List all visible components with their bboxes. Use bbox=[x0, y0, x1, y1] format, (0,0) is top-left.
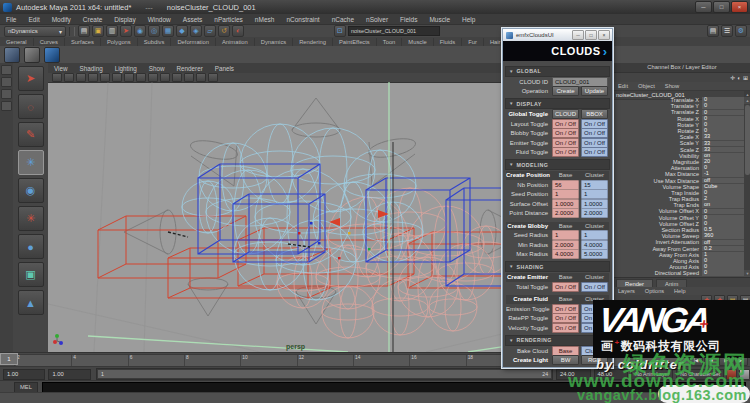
attribute-editor-icon[interactable]: ☰ bbox=[721, 25, 733, 37]
scrollbar-up-icon[interactable]: ▲ bbox=[744, 97, 750, 104]
channel-box-icon[interactable]: ⊞ bbox=[743, 74, 748, 82]
row-base-control[interactable]: 1.0000 bbox=[552, 199, 579, 209]
maximize-button[interactable]: □ bbox=[713, 1, 730, 13]
menu-item[interactable]: nCache bbox=[326, 16, 360, 23]
layout-four-pane-button[interactable] bbox=[1, 77, 12, 87]
channel-name[interactable]: Trap Inside bbox=[613, 190, 702, 196]
channel-name[interactable]: Rotate Z bbox=[613, 128, 702, 134]
two-d-pan-icon[interactable] bbox=[88, 73, 98, 82]
channel-value[interactable]: 0 bbox=[702, 209, 744, 215]
channel-name[interactable]: Volume Offset Y bbox=[613, 215, 702, 221]
channel-value[interactable]: 0 bbox=[702, 264, 744, 270]
tool-button[interactable]: ✳ bbox=[18, 206, 44, 231]
film-gate-icon[interactable] bbox=[124, 73, 134, 82]
channel-name[interactable]: Directional Speed bbox=[613, 270, 702, 276]
channel-box-icon[interactable]: ✛ bbox=[730, 74, 735, 82]
menu-item[interactable]: nMesh bbox=[249, 16, 281, 23]
channel-name[interactable]: Away From Axis bbox=[613, 252, 702, 258]
shelf-tab[interactable]: General bbox=[0, 38, 34, 46]
playback-start-field[interactable]: 1.00 bbox=[48, 369, 90, 380]
channel-name[interactable]: Section Radius bbox=[613, 227, 702, 233]
row-base-control[interactable]: Create bbox=[552, 86, 579, 96]
channel-name[interactable]: Volume Offset X bbox=[613, 208, 702, 214]
gate-mask-icon[interactable] bbox=[148, 73, 158, 82]
section-collapse-icon[interactable]: ▼ bbox=[509, 101, 513, 106]
scrollbar-down-icon[interactable]: ▼ bbox=[744, 270, 750, 277]
select-by-name-icon[interactable]: ⊡ bbox=[334, 25, 346, 37]
animation-start-field[interactable]: 1.00 bbox=[3, 369, 45, 380]
row-cluster-control[interactable]: On / Off bbox=[581, 128, 608, 138]
row-base-control[interactable]: 1 bbox=[552, 230, 579, 240]
layer-menu-item[interactable]: Options bbox=[640, 288, 669, 294]
menu-item[interactable]: Muscle bbox=[423, 16, 456, 23]
row-cluster-control[interactable]: 1 bbox=[581, 189, 608, 199]
channel-name[interactable]: Volume Shape bbox=[613, 184, 702, 190]
range-slider-track[interactable]: 1 24 bbox=[96, 368, 553, 380]
status-icon[interactable]: ◐ bbox=[232, 25, 244, 37]
channel-name[interactable]: Magnitude bbox=[613, 159, 702, 165]
row-base-control[interactable]: On / Off bbox=[552, 138, 579, 148]
shelf-tab[interactable]: Muscle bbox=[402, 38, 433, 46]
channel-value[interactable]: 0 bbox=[702, 215, 744, 221]
channel-value[interactable]: 0 bbox=[702, 190, 744, 196]
row-cluster-control[interactable]: On / Off bbox=[581, 119, 608, 129]
selection-name-field[interactable]: noiseCluster_CLOUD_001 bbox=[348, 26, 440, 36]
row-cluster-control[interactable]: Cluster bbox=[581, 222, 608, 230]
menu-item[interactable]: Modify bbox=[46, 16, 77, 23]
row-base-control[interactable]: Base bbox=[552, 273, 579, 281]
channel-value[interactable]: 0 bbox=[702, 270, 744, 276]
channel-value[interactable]: Cube bbox=[702, 184, 744, 190]
channel-name[interactable]: Trap Radius bbox=[613, 196, 702, 202]
sidebar-toggle-icon[interactable]: ▤ bbox=[707, 25, 719, 37]
range-slider-handle[interactable]: 1 24 bbox=[98, 370, 551, 378]
channel-name[interactable]: Rotate Y bbox=[613, 122, 702, 128]
channel-box-icon[interactable]: ◐ bbox=[737, 74, 741, 82]
row-cluster-control[interactable]: 15 bbox=[581, 180, 608, 190]
tool-button[interactable]: ● bbox=[18, 234, 44, 259]
safe-title-icon[interactable] bbox=[184, 73, 194, 82]
shelf-tab[interactable]: Toon bbox=[377, 38, 403, 46]
row-cluster-control[interactable]: 1.0000 bbox=[581, 199, 608, 209]
channel-scrollbar[interactable]: ▲ ▼ bbox=[744, 97, 750, 277]
status-icon[interactable]: ◈ bbox=[190, 25, 202, 37]
channel-name[interactable]: Use Max Distance bbox=[613, 178, 702, 184]
menu-item[interactable]: Create bbox=[77, 16, 109, 23]
shelf-tab[interactable]: Surfaces bbox=[65, 38, 101, 46]
row-cluster-control[interactable]: 1 bbox=[581, 230, 608, 240]
row-base-control[interactable]: On / Off bbox=[552, 313, 579, 323]
status-icon[interactable]: ◎ bbox=[148, 25, 160, 37]
status-icon[interactable]: ↺ bbox=[218, 25, 230, 37]
clouds-window-titlebar[interactable]: emfxCloudsUI ─ □ × bbox=[503, 29, 612, 41]
current-frame-marker[interactable]: 1 bbox=[0, 353, 18, 365]
channel-box-menu-item[interactable]: Object bbox=[633, 83, 660, 89]
section-collapse-icon[interactable]: ▼ bbox=[509, 264, 513, 269]
channel-value[interactable]: on bbox=[702, 202, 744, 208]
channel-box-menu-item[interactable]: Show bbox=[660, 83, 685, 89]
channel-name[interactable]: Around Axis bbox=[613, 264, 702, 270]
channel-box-menu-item[interactable]: Edit bbox=[613, 83, 633, 89]
menu-item[interactable]: Help bbox=[456, 16, 481, 23]
image-plane-icon[interactable] bbox=[76, 73, 86, 82]
channel-name[interactable]: Max Distance bbox=[613, 171, 702, 177]
viewport-menu-item[interactable]: Lighting bbox=[109, 65, 143, 72]
row-base-control[interactable]: BW bbox=[552, 355, 579, 365]
channel-name[interactable]: Scale Z bbox=[613, 147, 702, 153]
shelf-tab[interactable]: Subdivs bbox=[138, 38, 172, 46]
status-icon[interactable]: ▥ bbox=[106, 25, 118, 37]
field-chart-icon[interactable] bbox=[160, 73, 170, 82]
tool-button[interactable]: ▣ bbox=[18, 262, 44, 287]
channel-name[interactable]: Volume Sweep bbox=[613, 233, 702, 239]
row-cluster-control[interactable]: BBOX bbox=[581, 109, 608, 119]
channel-value[interactable]: 0 bbox=[702, 110, 744, 116]
shelf-tab[interactable]: PaintEffects bbox=[333, 38, 377, 46]
row-cluster-control[interactable]: On / Off bbox=[581, 138, 608, 148]
menu-set-dropdown[interactable]: nDynamics ▾ bbox=[4, 26, 66, 37]
viewport-menu-item[interactable]: Show bbox=[143, 65, 171, 72]
shelf-item-icon[interactable] bbox=[4, 47, 20, 63]
section-collapse-icon[interactable]: ▼ bbox=[509, 69, 513, 74]
viewport-menu-item[interactable]: Shading bbox=[74, 65, 109, 72]
channel-name[interactable]: Translate Z bbox=[613, 109, 702, 115]
row-cluster-control[interactable]: Update bbox=[581, 86, 608, 96]
channel-name[interactable]: Invert Attenuation bbox=[613, 239, 702, 245]
status-icon[interactable]: ▦ bbox=[162, 25, 174, 37]
